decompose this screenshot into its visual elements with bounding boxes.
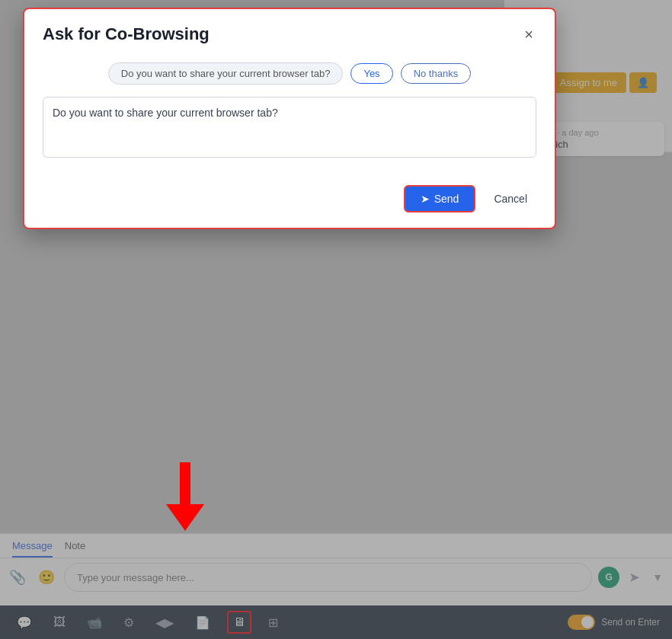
modal-footer: ➤ Send Cancel xyxy=(24,176,555,228)
cancel-button[interactable]: Cancel xyxy=(485,187,536,211)
modal-title: Ask for Co-Browsing xyxy=(43,24,210,44)
svg-marker-1 xyxy=(166,504,204,531)
quick-message-pill: Do you want to share your current browse… xyxy=(108,62,344,85)
message-textarea[interactable]: Do you want to share your current browse… xyxy=(43,97,536,158)
yes-button[interactable]: Yes xyxy=(350,63,392,84)
modal-close-button[interactable]: × xyxy=(521,27,536,42)
send-button-label: Send xyxy=(434,193,459,205)
red-arrow-indicator xyxy=(166,462,204,534)
quick-message-row: Do you want to share your current browse… xyxy=(43,62,536,85)
co-browsing-modal: Ask for Co-Browsing × Do you want to sha… xyxy=(23,8,556,229)
send-button[interactable]: ➤ Send xyxy=(404,185,476,212)
modal-body: Do you want to share your current browse… xyxy=(24,56,555,176)
no-thanks-button[interactable]: No thanks xyxy=(401,63,472,84)
send-icon: ➤ xyxy=(421,193,430,205)
modal-header: Ask for Co-Browsing × xyxy=(24,9,555,56)
modal-overlay: Ask for Co-Browsing × Do you want to sha… xyxy=(0,0,672,639)
